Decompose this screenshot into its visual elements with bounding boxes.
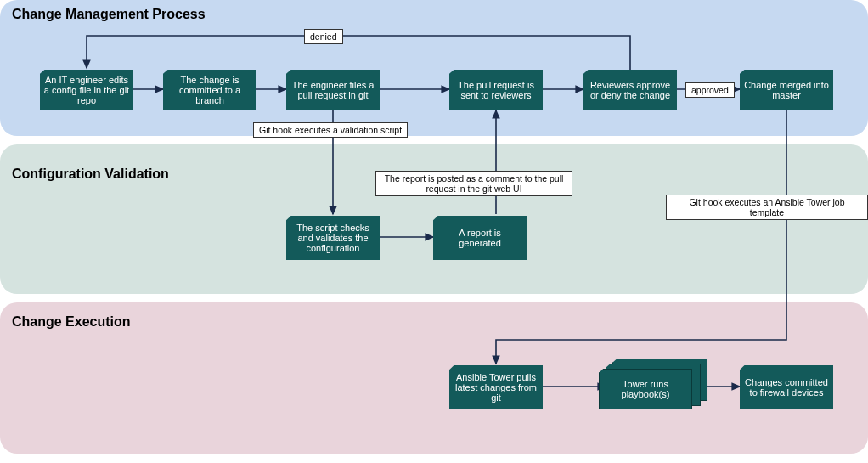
node-report-generated: A report is generated xyxy=(433,216,527,260)
label-hook-validate: Git hook executes a validation script xyxy=(253,122,408,138)
node-merged-master: Change merged into master xyxy=(740,70,833,110)
label-hook-ansible: Git hook executes an Ansible Tower job t… xyxy=(666,195,868,220)
node-edit-config: An IT engineer edits a config file in th… xyxy=(40,70,133,110)
node-pull-request: The engineer files a pull request in git xyxy=(286,70,380,110)
lane-title-change-execution: Change Execution xyxy=(12,314,131,330)
node-committed-firewall: Changes committed to firewall devices xyxy=(740,365,833,409)
node-tower-playbooks: Tower runs playbook(s) xyxy=(599,359,707,409)
diagram-canvas: Change Management Process Configuration … xyxy=(0,0,868,463)
lane-title-configuration-validation: Configuration Validation xyxy=(12,167,169,182)
node-script-validates: The script checks and validates the conf… xyxy=(286,216,380,260)
node-ansible-pulls: Ansible Tower pulls latest changes from … xyxy=(449,365,543,409)
label-report-comment: The report is posted as a comment to the… xyxy=(375,171,572,196)
node-reviewers-decide: Reviewers approve or deny the change xyxy=(583,70,677,110)
node-commit-branch: The change is committed to a branch xyxy=(163,70,256,110)
label-denied: denied xyxy=(304,29,343,44)
node-sent-reviewers: The pull request is sent to reviewers xyxy=(449,70,543,110)
label-approved: approved xyxy=(685,82,735,98)
lane-title-change-management: Change Management Process xyxy=(12,7,206,22)
